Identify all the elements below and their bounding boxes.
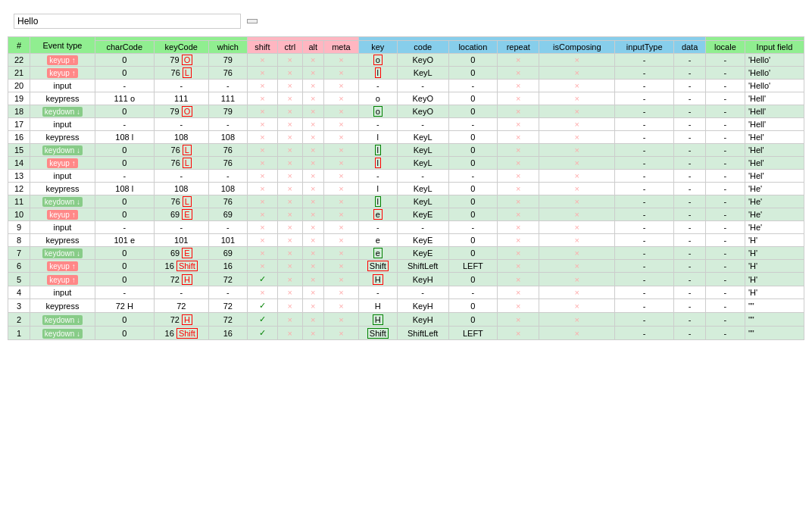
cell-keycode: 69 E: [154, 208, 208, 221]
cell-data: -: [674, 67, 706, 80]
cell-ctrl: ×: [277, 313, 302, 327]
table-row: 7keydown ↓069 E69××××eKeyE0××---'H': [8, 247, 804, 260]
cell-repeat: ×: [498, 183, 539, 195]
cell-num: 18: [8, 105, 30, 118]
cell-num: 19: [8, 92, 30, 105]
cell-meta: ×: [323, 183, 358, 195]
table-row: 14keyup ↑076 L76××××lKeyL0××---'Hel': [8, 157, 804, 170]
key-badge: H: [373, 314, 383, 325]
cell-location: -: [448, 286, 498, 299]
cell-location: -: [448, 80, 498, 92]
cell-repeat: ×: [498, 299, 539, 313]
cell-data: -: [674, 144, 706, 157]
key-badge: l: [375, 196, 381, 207]
cell-shift: ×: [247, 247, 277, 260]
cell-inputfield: 'He': [745, 195, 804, 208]
cell-keycode: 79 O: [154, 54, 208, 67]
keycode-badge: L: [183, 67, 192, 78]
cell-location: 0: [448, 67, 498, 80]
cell-charcode: 101 e: [95, 234, 154, 247]
table-row: 1keydown ↓016 Shift16✓×××ShiftShiftLeftL…: [8, 327, 804, 340]
cell-keycode: -: [154, 80, 208, 92]
cell-eventtype: keyup ↑: [30, 273, 95, 286]
cell-code: KeyE: [397, 208, 448, 221]
cell-inputfield: "": [745, 313, 804, 327]
col-locale: locale: [706, 41, 745, 54]
col-key: key: [358, 41, 397, 54]
cell-alt: ×: [302, 313, 323, 327]
cell-eventtype: keyup ↑: [30, 54, 95, 67]
keydown-badge: keydown ↓: [42, 315, 83, 325]
cell-keycode: 72: [154, 299, 208, 313]
cell-inputfield: 'H': [745, 260, 804, 273]
cell-num: 21: [8, 67, 30, 80]
cell-num: 12: [8, 183, 30, 195]
cell-repeat: ×: [498, 157, 539, 170]
cell-meta: ×: [323, 313, 358, 327]
cell-inputfield: 'H': [745, 247, 804, 260]
cell-shift: ✓: [247, 299, 277, 313]
table-row: 4input---××××---××---'H': [8, 286, 804, 299]
cell-keycode: 72 H: [154, 273, 208, 286]
cell-shift: ✓: [247, 273, 277, 286]
keyup-badge: keyup ↑: [47, 68, 77, 78]
cell-keycode: 76 L: [154, 157, 208, 170]
cell-locale: -: [706, 80, 745, 92]
cell-key: o: [358, 54, 397, 67]
cell-iscomposing: ×: [539, 247, 615, 260]
cell-keycode: 101: [154, 234, 208, 247]
cell-keycode: 76 L: [154, 67, 208, 80]
cell-iscomposing: ×: [539, 80, 615, 92]
cell-keycode: 16 Shift: [154, 327, 208, 340]
cell-data: -: [674, 183, 706, 195]
cell-code: KeyL: [397, 157, 448, 170]
cell-num: 15: [8, 144, 30, 157]
cell-eventtype: keypress: [30, 131, 95, 144]
keycode-badge: E: [182, 209, 192, 220]
cell-which: 79: [208, 54, 247, 67]
col-meta: meta: [323, 41, 358, 54]
cell-which: -: [208, 170, 247, 183]
col-eventtype: Event type: [30, 37, 95, 54]
cell-meta: ×: [323, 170, 358, 183]
clear-button[interactable]: [247, 19, 258, 23]
cell-inputtype: -: [615, 170, 674, 183]
keydown-badge: keydown ↓: [42, 145, 83, 155]
cell-meta: ×: [323, 131, 358, 144]
cell-meta: ×: [323, 221, 358, 234]
cell-repeat: ×: [498, 208, 539, 221]
cell-which: 72: [208, 273, 247, 286]
table-row: 22keyup ↑079 O79××××oKeyO0××---'Hello': [8, 54, 804, 67]
cell-num: 17: [8, 118, 30, 131]
cell-charcode: -: [95, 80, 154, 92]
cell-location: -: [448, 118, 498, 131]
cell-ctrl: ×: [277, 208, 302, 221]
cell-which: 69: [208, 247, 247, 260]
cell-iscomposing: ×: [539, 195, 615, 208]
cell-ctrl: ×: [277, 286, 302, 299]
cell-key: Shift: [358, 260, 397, 273]
cell-num: 11: [8, 195, 30, 208]
cell-eventtype: input: [30, 170, 95, 183]
cell-shift: ×: [247, 260, 277, 273]
cell-ctrl: ×: [277, 247, 302, 260]
cell-charcode: 0: [95, 144, 154, 157]
cell-repeat: ×: [498, 195, 539, 208]
cell-shift: ×: [247, 208, 277, 221]
cell-iscomposing: ×: [539, 183, 615, 195]
cell-keycode: 79 O: [154, 105, 208, 118]
cell-alt: ×: [302, 195, 323, 208]
cell-eventtype: input: [30, 80, 95, 92]
cell-locale: -: [706, 260, 745, 273]
cell-which: 69: [208, 208, 247, 221]
cell-iscomposing: ×: [539, 118, 615, 131]
text-input[interactable]: [14, 14, 241, 29]
table-row: 16keypress108 l108108××××lKeyL0××---'Hel…: [8, 131, 804, 144]
cell-repeat: ×: [498, 221, 539, 234]
cell-location: 0: [448, 54, 498, 67]
cell-meta: ×: [323, 144, 358, 157]
cell-ctrl: ×: [277, 157, 302, 170]
cell-shift: ×: [247, 80, 277, 92]
cell-location: LEFT: [448, 260, 498, 273]
cell-code: KeyH: [397, 273, 448, 286]
